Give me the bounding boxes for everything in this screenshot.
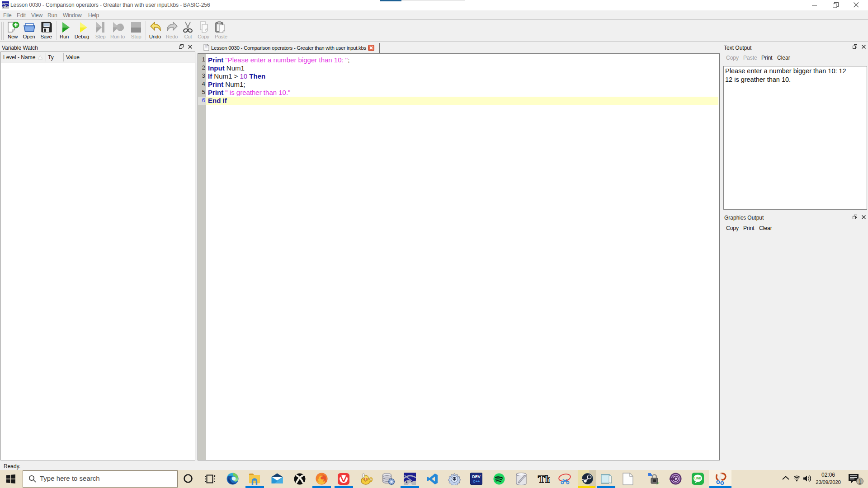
svg-text:C++: C++ [473, 479, 480, 483]
svg-text:Th: Th [538, 473, 550, 485]
svg-text:1: 1 [858, 478, 861, 485]
svg-text:LINE: LINE [694, 477, 701, 480]
svg-text:DEV: DEV [472, 474, 481, 479]
